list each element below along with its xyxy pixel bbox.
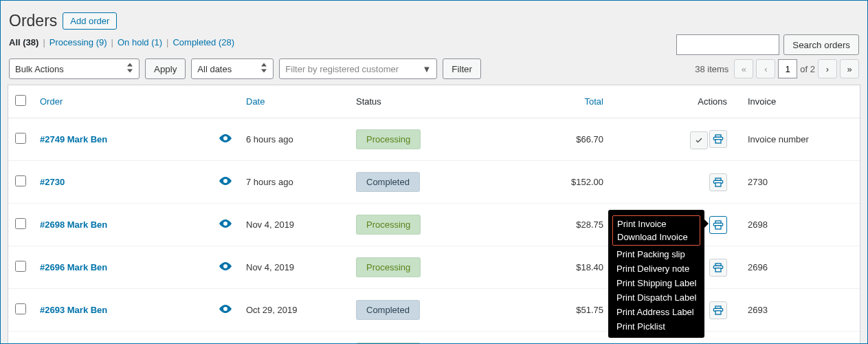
prev-page-button[interactable]: ‹ (756, 59, 775, 78)
svg-rect-5 (715, 225, 721, 228)
status-badge: Processing (356, 257, 421, 277)
menu-item[interactable]: Print Picklist (608, 319, 704, 334)
print-button[interactable] (709, 130, 727, 148)
status-badge: Completed (356, 300, 420, 320)
filter-onhold[interactable]: On hold (1) (118, 37, 162, 47)
invoice-number: 2730 (741, 161, 860, 204)
invoice-number: 2698 (741, 204, 860, 246)
customer-filter-select[interactable]: Filter by registered customer ▼ (279, 58, 437, 79)
status-filter-list: All (38) | Processing (9) | On hold (1) … (9, 37, 234, 47)
table-row: #2696 Mark BenNov 4, 2019Processing$18.4… (8, 246, 860, 289)
search-input[interactable] (676, 34, 779, 55)
eye-icon[interactable] (219, 219, 232, 230)
orders-table: Order Date Status Total Actions Invoice … (8, 85, 860, 344)
order-total: $18.00 (514, 332, 617, 345)
order-link[interactable]: #2730 (40, 177, 65, 187)
page-of-text: of 2 (800, 64, 815, 74)
menu-item[interactable]: Print Dispatch Label (608, 290, 704, 305)
print-actions-menu: Print InvoiceDownload Invoice Print Pack… (608, 210, 704, 338)
print-button[interactable] (709, 216, 727, 234)
search-button[interactable]: Search orders (783, 34, 859, 55)
chevron-updown-icon (260, 63, 267, 75)
select-all-checkbox[interactable] (15, 95, 26, 106)
row-checkbox[interactable] (15, 303, 26, 314)
col-status: Status (349, 85, 514, 118)
last-page-button[interactable]: » (840, 59, 859, 78)
page-title: Orders (9, 12, 57, 30)
eye-icon[interactable] (219, 305, 232, 315)
order-date: 7 hours ago (239, 161, 349, 204)
items-count: 38 items (695, 64, 728, 74)
filter-button[interactable]: Filter (443, 58, 481, 79)
chevron-down-icon: ▼ (422, 64, 431, 74)
filter-processing[interactable]: Processing (9) (49, 37, 107, 47)
svg-rect-9 (715, 310, 721, 314)
menu-item[interactable]: Print Address Label (608, 305, 704, 319)
pagination: « ‹ of 2 › » (734, 59, 859, 78)
status-badge: Completed (356, 172, 420, 192)
invoice-number: 100026872019 (741, 332, 860, 345)
col-invoice: Invoice (741, 85, 860, 118)
print-button[interactable] (709, 301, 727, 319)
col-date[interactable]: Date (239, 85, 349, 118)
invoice-number: 2696 (741, 246, 860, 289)
next-page-button[interactable]: › (818, 59, 837, 78)
row-checkbox[interactable] (15, 133, 26, 144)
row-checkbox[interactable] (15, 261, 26, 272)
order-date: 6 hours ago (239, 118, 349, 161)
bulk-actions-select[interactable]: Bulk Actions (9, 58, 140, 79)
order-date: Nov 4, 2019 (239, 204, 349, 246)
print-button[interactable] (709, 259, 727, 277)
invoice-number: Invoice number (741, 118, 860, 161)
eye-icon[interactable] (219, 177, 232, 187)
col-total[interactable]: Total (514, 85, 617, 118)
order-total: $28.75 (514, 204, 617, 246)
order-total: $152.00 (514, 161, 617, 204)
table-row: #2693 Mark BenOct 29, 2019Completed$51.7… (8, 289, 860, 332)
current-page-input[interactable] (778, 59, 797, 78)
date-filter-select[interactable]: All dates (191, 58, 274, 79)
filter-all[interactable]: All (38) (9, 37, 38, 47)
col-order[interactable]: Order (33, 85, 212, 118)
order-link[interactable]: #2693 Mark Ben (40, 305, 107, 315)
order-date: Oct 17, 2019 (239, 332, 349, 345)
order-date: Nov 4, 2019 (239, 246, 349, 289)
first-page-button[interactable]: « (734, 59, 753, 78)
table-row: #27307 hours agoCompleted$152.002730 (8, 161, 860, 204)
status-badge: Processing (356, 129, 421, 149)
table-row: #2698 Mark BenNov 4, 2019Processing$28.7… (8, 204, 860, 246)
eye-icon[interactable] (219, 262, 232, 272)
order-link[interactable]: #2749 Mark Ben (40, 134, 107, 144)
status-badge: Processing (356, 215, 421, 235)
svg-rect-7 (715, 268, 721, 271)
menu-item[interactable]: Print Delivery note (608, 261, 704, 276)
order-link[interactable]: #2698 Mark Ben (40, 219, 107, 230)
invoice-number: 2693 (741, 289, 860, 332)
menu-item[interactable]: Download Invoice (613, 230, 700, 244)
order-link[interactable]: #2696 Mark Ben (40, 262, 107, 272)
eye-icon[interactable] (219, 134, 232, 144)
order-date: Oct 29, 2019 (239, 289, 349, 332)
order-total: $51.75 (514, 289, 617, 332)
print-button[interactable] (709, 173, 727, 191)
row-checkbox[interactable] (15, 218, 26, 229)
svg-rect-3 (715, 182, 721, 186)
svg-rect-1 (715, 139, 721, 142)
menu-item[interactable]: Print Invoice (613, 217, 700, 230)
complete-order-button[interactable] (690, 131, 708, 149)
menu-item[interactable]: Print Shipping Label (608, 276, 704, 290)
table-row: #2749 Mark Ben6 hours agoProcessing$66.7… (8, 118, 860, 161)
col-actions: Actions (617, 85, 741, 118)
filter-completed[interactable]: Completed (28) (173, 37, 234, 47)
chevron-updown-icon (126, 63, 133, 75)
row-checkbox[interactable] (15, 175, 26, 186)
menu-item[interactable]: Print Packing slip (608, 247, 704, 261)
order-total: $66.70 (514, 118, 617, 161)
apply-button[interactable]: Apply (145, 58, 186, 79)
add-order-button[interactable]: Add order (63, 12, 117, 30)
order-total: $18.40 (514, 246, 617, 289)
table-row: #2687 Mark BenOct 17, 2019Processing$18.… (8, 332, 860, 345)
